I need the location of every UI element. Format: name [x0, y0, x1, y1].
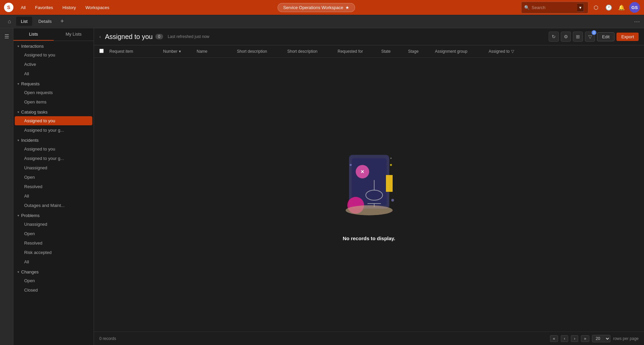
sidebar-item-incidents-assigned[interactable]: Assigned to you [15, 144, 92, 154]
tab-list[interactable]: List [16, 17, 32, 26]
footer: 0 records « ‹ › » 20 50 100 rows per pag… [94, 332, 644, 345]
search-icon: 🔍 [524, 5, 530, 10]
more-options-button[interactable]: ⋯ [634, 18, 640, 25]
section-incidents-label: Incidents [21, 138, 39, 143]
col-header-request-item[interactable]: Request item [109, 49, 163, 54]
filter-col-icon: ▽ [511, 49, 514, 54]
user-avatar[interactable]: GS [629, 2, 640, 13]
sidebar-item-incidents-open[interactable]: Open [15, 173, 92, 182]
col-header-short-desc-2[interactable]: Short description [287, 49, 338, 54]
page-title: Assigned to you [105, 33, 153, 41]
section-interactions[interactable]: ▾ Interactions [13, 41, 94, 50]
sidebar-item-open-items[interactable]: Open items [15, 97, 92, 106]
chevron-down-icon-5: ▾ [17, 214, 19, 217]
add-tab-button[interactable]: + [58, 18, 67, 25]
col-header-name[interactable]: Name [197, 49, 237, 54]
sidebar-item-open-requests[interactable]: Open requests [15, 88, 92, 97]
sidebar-item-incidents-unassigned[interactable]: Unassigned [15, 163, 92, 172]
sidebar-item-incidents-resolved[interactable]: Resolved [15, 182, 92, 191]
main-layout: ☰ Lists My Lists ▾ Interactions Assigned… [0, 28, 644, 345]
rows-per-page-select[interactable]: 20 50 100 [592, 335, 610, 342]
sidebar-tab-my-lists[interactable]: My Lists [54, 28, 94, 41]
col-header-number[interactable]: Number ▾ [163, 49, 197, 54]
settings-button[interactable]: ⚙ [561, 32, 571, 42]
workspace-button[interactable]: Service Operations Workspace ★ [278, 3, 355, 12]
nav-link-favorites[interactable]: Favorites [33, 4, 55, 11]
empty-message: No records to display. [343, 235, 395, 241]
empty-state: × No re [94, 58, 644, 332]
clock-icon-btn[interactable]: 🕐 [604, 2, 614, 12]
section-problems-label: Problems [21, 213, 40, 218]
sidebar-item-interactions-active[interactable]: Active [15, 60, 92, 69]
home-button[interactable]: ⌂ [4, 16, 15, 27]
nav-center: Service Operations Workspace ★ [117, 3, 516, 12]
sidebar-item-problems-unassigned[interactable]: Unassigned [15, 220, 92, 229]
prev-page-button[interactable]: ‹ [561, 335, 568, 342]
chevron-down-icon-4: ▾ [17, 138, 19, 142]
nav-link-history[interactable]: History [60, 4, 78, 11]
section-interactions-label: Interactions [21, 44, 44, 49]
sidebar-item-interactions-assigned[interactable]: Assigned to you [15, 50, 92, 59]
count-badge: 0 [155, 34, 163, 39]
section-requests-label: Requests [21, 81, 40, 86]
layout-button[interactable]: ⊞ [573, 32, 583, 42]
section-catalog-tasks-label: Catalog tasks [21, 110, 48, 115]
sidebar-item-problems-risk-accepted[interactable]: Risk accepted [15, 248, 92, 257]
sidebar-content: ▾ Interactions Assigned to you Active Al… [13, 41, 94, 345]
toolbar-right: ↻ ⚙ ⊞ ▽ 2 Edit Export [549, 32, 639, 42]
select-all-checkbox[interactable] [99, 49, 109, 54]
sidebar-toggle-area: ☰ [0, 28, 13, 345]
section-catalog-tasks[interactable]: ▾ Catalog tasks [13, 107, 94, 116]
main-content: ‹ Assigned to you 0 Last refreshed just … [94, 28, 644, 345]
col-header-assigned-to[interactable]: Assigned to ▽ [489, 49, 529, 54]
sidebar-item-catalog-assigned-group[interactable]: Assigned to your g... [15, 126, 92, 135]
col-header-stage[interactable]: Stage [408, 49, 435, 54]
export-button[interactable]: Export [616, 33, 639, 41]
nav-link-workspaces[interactable]: Workspaces [83, 4, 111, 11]
sidebar-item-interactions-all[interactable]: All [15, 69, 92, 78]
first-page-button[interactable]: « [550, 335, 558, 342]
rows-per-page-label: rows per page [613, 336, 639, 341]
tab-details[interactable]: Details [34, 17, 56, 26]
workspace-label: Service Operations Workspace [283, 5, 343, 10]
col-header-short-desc-1[interactable]: Short description [237, 49, 287, 54]
connect-icon-btn[interactable]: ⬡ [591, 2, 601, 12]
sidebar-item-problems-all[interactable]: All [15, 257, 92, 266]
edit-button[interactable]: Edit [597, 32, 614, 41]
sidebar-item-changes-closed[interactable]: Closed [15, 286, 92, 295]
search-box[interactable]: 🔍 ▾ [521, 2, 588, 13]
last-refreshed: Last refreshed just now [168, 34, 546, 39]
sidebar-item-catalog-assigned[interactable]: Assigned to you [15, 116, 92, 125]
section-changes[interactable]: ▾ Changes [13, 267, 94, 276]
svg-point-12 [391, 199, 394, 202]
sidebar-item-problems-resolved[interactable]: Resolved [15, 239, 92, 248]
table-area: Request item Number ▾ Name Short descrip… [94, 45, 644, 332]
back-button[interactable]: ‹ [99, 34, 101, 39]
sidebar-item-problems-open[interactable]: Open [15, 229, 92, 238]
chevron-down-icon-3: ▾ [17, 110, 19, 114]
col-header-assignment-group[interactable]: Assignment group [435, 49, 489, 54]
col-header-requested-for[interactable]: Requested for [338, 49, 381, 54]
next-page-button[interactable]: › [571, 335, 578, 342]
sidebar-item-incidents-assigned-group[interactable]: Assigned to your g... [15, 154, 92, 163]
search-input[interactable] [532, 5, 575, 10]
col-header-state[interactable]: State [381, 49, 408, 54]
filter-button[interactable]: ▽ 2 [585, 32, 595, 42]
sidebar-tabs: Lists My Lists [13, 28, 94, 41]
sidebar-menu-button[interactable]: ☰ [1, 31, 12, 42]
chevron-down-icon-2: ▾ [17, 82, 19, 86]
search-dropdown-btn[interactable]: ▾ [577, 3, 584, 12]
nav-link-all[interactable]: All [19, 4, 28, 11]
section-problems[interactable]: ▾ Problems [13, 210, 94, 219]
refresh-button[interactable]: ↻ [549, 32, 559, 42]
sidebar-tab-lists[interactable]: Lists [13, 28, 54, 41]
sidebar-item-incidents-outages[interactable]: Outages and Maint... [15, 201, 92, 210]
bell-icon-btn[interactable]: 🔔 [616, 2, 627, 12]
app-logo[interactable]: S [4, 3, 13, 12]
section-requests[interactable]: ▾ Requests [13, 79, 94, 88]
content-toolbar: ‹ Assigned to you 0 Last refreshed just … [94, 28, 644, 45]
section-incidents[interactable]: ▾ Incidents [13, 135, 94, 144]
last-page-button[interactable]: » [581, 335, 589, 342]
sidebar-item-changes-open[interactable]: Open [15, 276, 92, 285]
sidebar-item-incidents-all[interactable]: All [15, 191, 92, 201]
